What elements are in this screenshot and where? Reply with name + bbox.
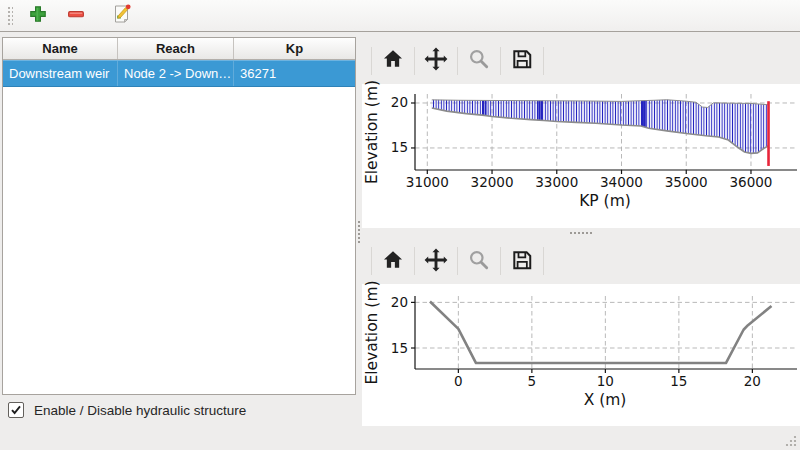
x-tick-label: 20 bbox=[744, 373, 761, 389]
y-axis-label: Elevation (m) bbox=[363, 80, 381, 184]
x-axis-label: X (m) bbox=[584, 391, 627, 409]
horizontal-splitter-handle[interactable] bbox=[568, 230, 594, 234]
enable-structure-row: Enable / Disable hydraulic structure bbox=[8, 402, 246, 418]
profile-chart-toolbar bbox=[362, 37, 800, 84]
structures-table: Name Reach Kp Downstream weir Node 2 -> … bbox=[2, 37, 356, 395]
column-header-name[interactable]: Name bbox=[3, 38, 118, 59]
zoom-icon bbox=[468, 249, 490, 274]
enable-structure-checkbox[interactable] bbox=[8, 402, 24, 418]
y-axis-label: Elevation (m) bbox=[363, 280, 381, 384]
vertical-splitter-handle[interactable] bbox=[356, 219, 360, 245]
x-axis-label: KP (m) bbox=[579, 192, 631, 210]
pan-icon bbox=[424, 248, 448, 275]
cross-section-chart-toolbar bbox=[362, 238, 800, 284]
toolbar-separator bbox=[371, 47, 372, 75]
cell-name[interactable]: Downstream weir bbox=[3, 61, 118, 86]
pan-button[interactable] bbox=[421, 246, 451, 276]
table-row-selected[interactable]: Downstream weir Node 2 -> Down… 36271 bbox=[3, 60, 355, 87]
cross-section-chart[interactable]: 051015201520X (m)Elevation (m) bbox=[362, 284, 800, 426]
add-icon bbox=[28, 4, 48, 27]
add-structure-button[interactable] bbox=[25, 3, 51, 29]
toolbar-separator bbox=[543, 47, 544, 75]
save-button[interactable] bbox=[507, 46, 537, 76]
main-toolbar bbox=[0, 0, 800, 32]
home-icon bbox=[382, 48, 404, 73]
home-icon bbox=[382, 249, 404, 274]
x-tick-label: 10 bbox=[597, 373, 614, 389]
cell-kp[interactable]: 36271 bbox=[234, 61, 355, 86]
checkmark-icon bbox=[10, 404, 22, 416]
column-header-kp[interactable]: Kp bbox=[234, 38, 355, 59]
cell-reach[interactable]: Node 2 -> Down… bbox=[118, 61, 234, 86]
y-tick-label: 20 bbox=[391, 294, 408, 310]
x-tick-label: 31000 bbox=[406, 174, 449, 190]
y-tick-label: 15 bbox=[391, 139, 408, 155]
y-tick-label: 20 bbox=[391, 94, 408, 110]
save-icon bbox=[511, 249, 533, 274]
y-tick-label: 15 bbox=[391, 340, 408, 356]
zoom-icon bbox=[468, 48, 490, 73]
x-tick-label: 0 bbox=[454, 373, 463, 389]
enable-structure-label: Enable / Disable hydraulic structure bbox=[34, 403, 246, 418]
pan-icon bbox=[424, 47, 448, 74]
remove-icon bbox=[66, 4, 86, 27]
home-button[interactable] bbox=[378, 246, 408, 276]
toolbar-separator bbox=[457, 47, 458, 75]
save-icon bbox=[511, 48, 533, 73]
zoom-button[interactable] bbox=[464, 246, 494, 276]
toolbar-separator bbox=[414, 47, 415, 75]
column-header-reach[interactable]: Reach bbox=[118, 38, 234, 59]
table-header-row: Name Reach Kp bbox=[3, 38, 355, 60]
toolbar-separator bbox=[500, 247, 501, 275]
toolbar-separator bbox=[414, 247, 415, 275]
toolbar-separator bbox=[543, 247, 544, 275]
edit-structure-button[interactable] bbox=[109, 3, 135, 29]
x-tick-label: 5 bbox=[528, 373, 537, 389]
x-tick-label: 32000 bbox=[471, 174, 514, 190]
remove-structure-button[interactable] bbox=[63, 3, 89, 29]
toolbar-separator bbox=[500, 47, 501, 75]
home-button[interactable] bbox=[378, 46, 408, 76]
edit-icon bbox=[111, 3, 133, 28]
zoom-button[interactable] bbox=[464, 46, 494, 76]
x-tick-label: 33000 bbox=[535, 174, 578, 190]
cross-section-profile bbox=[430, 301, 771, 363]
save-button[interactable] bbox=[507, 246, 537, 276]
toolbar-separator bbox=[457, 247, 458, 275]
longitudinal-profile-chart[interactable]: 3100032000330003400035000360001520KP (m)… bbox=[362, 84, 800, 228]
x-tick-label: 35000 bbox=[665, 174, 708, 190]
toolbar-separator bbox=[371, 247, 372, 275]
x-tick-label: 15 bbox=[670, 373, 687, 389]
x-tick-label: 36000 bbox=[730, 174, 773, 190]
pan-button[interactable] bbox=[421, 46, 451, 76]
hydraulic-structures-window: { "main_toolbar": { "buttons": [ {"icon"… bbox=[0, 0, 800, 450]
toolbar-drag-handle[interactable] bbox=[6, 5, 13, 27]
window-resize-grip[interactable] bbox=[784, 434, 798, 448]
x-tick-label: 34000 bbox=[600, 174, 643, 190]
